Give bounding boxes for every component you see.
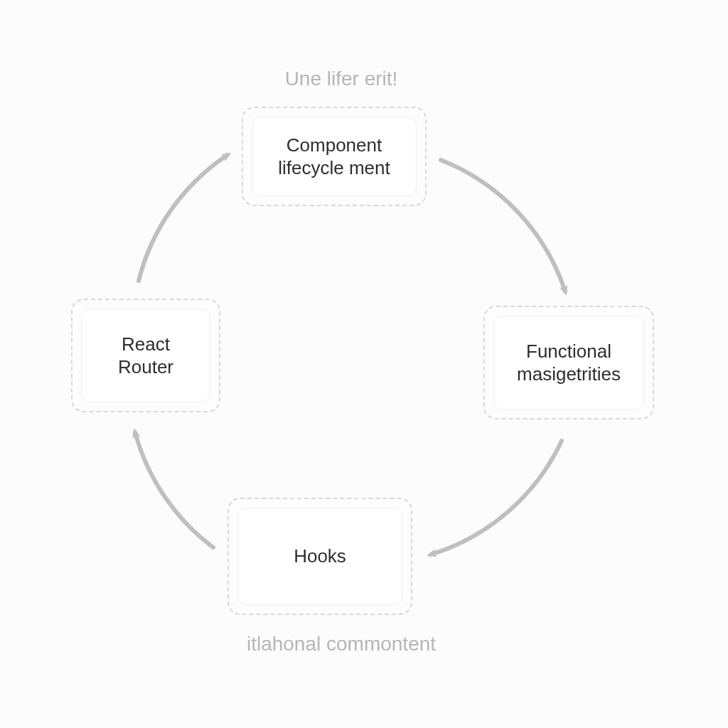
arrow-bottom-to-left xyxy=(135,432,213,547)
arrow-top-to-right xyxy=(441,160,565,291)
node-react-router: React Router xyxy=(71,299,220,412)
node-component-lifecycle: Component lifecycle ment xyxy=(242,107,427,206)
node-functional: Functional masigetrities xyxy=(483,306,654,419)
node-label: Hooks xyxy=(294,545,346,568)
node-label: Component lifecycle ment xyxy=(264,134,405,180)
arrow-left-to-top xyxy=(139,155,228,281)
node-hooks: Hooks xyxy=(228,498,412,615)
node-inner: Functional masigetrities xyxy=(493,316,644,410)
node-label: React Router xyxy=(93,333,198,379)
arrow-right-to-bottom xyxy=(431,441,562,555)
node-inner: Hooks xyxy=(237,508,402,605)
node-inner: React Router xyxy=(81,309,210,402)
diagram-stage: Une lifer erit! itlahonal commontent Com… xyxy=(0,0,728,728)
node-inner: Component lifecycle ment xyxy=(252,117,417,196)
node-label: Functional masigetrities xyxy=(505,340,632,386)
caption-bottom: itlahonal commontent xyxy=(213,633,469,655)
caption-top: Une lifer erit! xyxy=(249,68,434,90)
